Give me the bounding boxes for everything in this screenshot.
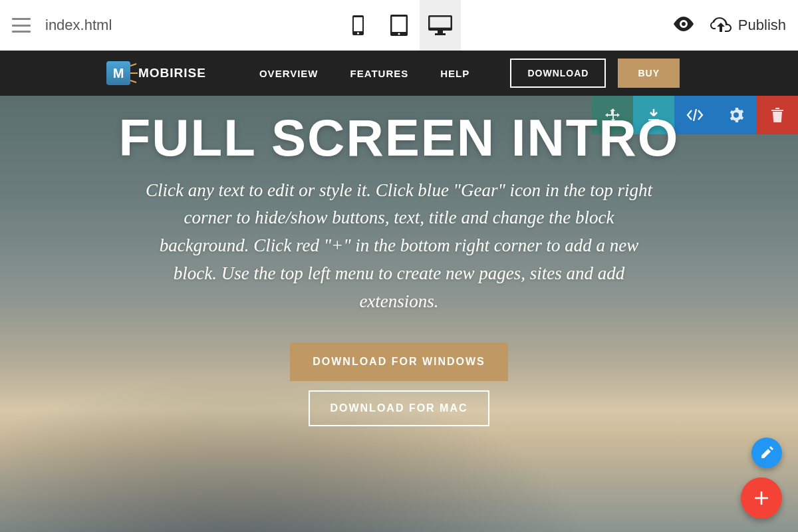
nav-link-overview[interactable]: OVERVIEW	[259, 68, 319, 79]
hero-content: FULL SCREEN INTRO Click any text to edit…	[0, 96, 798, 426]
publish-label: Publish	[738, 17, 786, 34]
svg-rect-8	[438, 31, 443, 33]
menu-icon[interactable]	[12, 18, 31, 33]
hero-description[interactable]: Click any text to edit or style it. Clic…	[140, 177, 658, 316]
brand-logo-icon: M	[106, 61, 130, 85]
svg-rect-16	[755, 497, 768, 499]
filename[interactable]: index.html	[45, 17, 112, 34]
publish-button[interactable]: Publish	[710, 17, 786, 34]
fab-add-button[interactable]	[741, 477, 782, 519]
site-navbar: M MOBIRISE OVERVIEW FEATURES HELP DOWNLO…	[0, 51, 798, 96]
buy-button[interactable]: BUY	[618, 59, 680, 88]
hero-title[interactable]: FULL SCREEN INTRO	[0, 112, 798, 165]
svg-rect-9	[435, 33, 446, 35]
nav-links: OVERVIEW FEATURES HELP	[259, 68, 469, 79]
hero-block: FULL SCREEN INTRO Click any text to edit…	[0, 96, 798, 532]
svg-line-13	[130, 80, 136, 82]
brand[interactable]: M MOBIRISE	[106, 61, 206, 85]
plus-icon	[753, 489, 770, 507]
download-windows-button[interactable]: DOWNLOAD FOR WINDOWS	[290, 342, 508, 381]
nav-link-features[interactable]: FEATURES	[350, 68, 409, 79]
eye-icon	[673, 17, 694, 31]
fab-edit-button[interactable]	[751, 438, 782, 468]
svg-rect-4	[392, 17, 406, 32]
pencil-icon	[760, 446, 773, 460]
desktop-icon	[428, 15, 452, 35]
hero-actions: DOWNLOAD FOR WINDOWS DOWNLOAD FOR MAC	[0, 342, 798, 426]
download-mac-button[interactable]: DOWNLOAD FOR MAC	[309, 390, 489, 426]
desktop-preview-button[interactable]	[420, 0, 461, 51]
nav-link-help[interactable]: HELP	[440, 68, 469, 79]
brand-name: MOBIRISE	[138, 66, 206, 80]
toolbar-right: Publish	[673, 17, 786, 34]
tablet-preview-button[interactable]	[378, 0, 420, 51]
device-preview-group	[337, 0, 461, 51]
svg-rect-1	[354, 17, 362, 31]
svg-point-10	[682, 22, 686, 26]
phone-icon	[352, 15, 364, 35]
preview-button[interactable]	[673, 17, 694, 34]
cloud-upload-icon	[710, 17, 732, 33]
app-toolbar: index.html Publish	[0, 0, 798, 51]
svg-point-2	[356, 32, 358, 34]
svg-point-5	[398, 33, 400, 35]
svg-line-11	[130, 64, 136, 66]
svg-rect-7	[430, 17, 451, 28]
tablet-icon	[390, 15, 408, 36]
phone-preview-button[interactable]	[337, 0, 378, 51]
download-button[interactable]: DOWNLOAD	[510, 59, 606, 88]
